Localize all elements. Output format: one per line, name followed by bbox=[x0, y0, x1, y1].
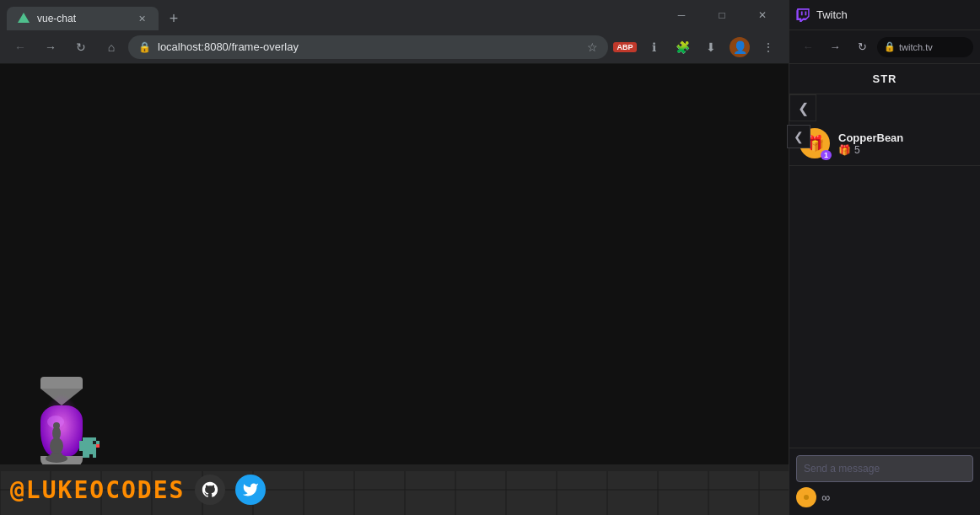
title-bar: vue-chat ✕ + ─ □ ✕ bbox=[0, 0, 789, 30]
chess-piece bbox=[44, 421, 69, 466]
gift-info: CopperBean 🎁 5 bbox=[838, 131, 970, 156]
pixel-character bbox=[76, 434, 103, 464]
twitch-favicon bbox=[796, 8, 810, 22]
github-icon[interactable] bbox=[195, 475, 225, 505]
lamp-shade-top bbox=[40, 377, 83, 389]
back-button[interactable]: ← bbox=[7, 34, 34, 61]
address-bar[interactable]: 🔒 localhost:8080/frame-overlay ☆ bbox=[128, 35, 608, 59]
twitch-lock-icon: 🔒 bbox=[884, 41, 896, 52]
game-area: @LUKEOCODES bbox=[0, 64, 789, 515]
profile-button[interactable]: 👤 bbox=[726, 34, 753, 61]
browser-toolbar: ← → ↻ ⌂ 🔒 localhost:8080/frame-overlay ☆… bbox=[0, 30, 789, 64]
twitch-chat-label: STR bbox=[873, 72, 897, 85]
twitch-forward-button[interactable]: → bbox=[823, 35, 847, 59]
abp-button[interactable]: ABP bbox=[611, 34, 638, 61]
browser-window: vue-chat ✕ + ─ □ ✕ ← → ↻ ⌂ 🔒 localhost:8… bbox=[0, 0, 789, 515]
twitch-toolbar: ← → ↻ 🔒 twitch.tv bbox=[789, 30, 980, 64]
twitch-address-bar[interactable]: 🔒 twitch.tv bbox=[877, 37, 973, 57]
gift-badge: 1 bbox=[821, 150, 832, 160]
gift-count: 5 bbox=[854, 144, 860, 156]
channel-points-icon[interactable] bbox=[796, 487, 816, 507]
twitch-back-button[interactable]: ← bbox=[796, 35, 820, 59]
extensions-button[interactable]: 🧩 bbox=[669, 34, 696, 61]
svg-rect-15 bbox=[96, 444, 100, 448]
gift-notification: 🎁 1 CopperBean 🎁 5 bbox=[789, 121, 980, 166]
profile-avatar: 👤 bbox=[730, 37, 750, 57]
new-tab-button[interactable]: + bbox=[162, 7, 186, 30]
twitch-chat-header: STR bbox=[789, 64, 980, 94]
tab-close-button[interactable]: ✕ bbox=[135, 12, 148, 25]
panel-collapse-button[interactable]: ❮ bbox=[787, 125, 810, 148]
toolbar-actions: ABP ℹ 🧩 ⬇ 👤 ⋮ bbox=[611, 34, 782, 61]
bits-infinity: ∞ bbox=[821, 491, 830, 504]
abp-badge: ABP bbox=[613, 42, 636, 52]
twitch-collapse-button[interactable]: ❮ bbox=[789, 94, 816, 121]
forward-button[interactable]: → bbox=[37, 34, 64, 61]
gift-username: CopperBean bbox=[838, 131, 970, 144]
chat-input[interactable]: Send a message bbox=[796, 455, 973, 482]
svg-rect-9 bbox=[79, 448, 96, 451]
tab-favicon bbox=[17, 12, 30, 25]
browser-content: @LUKEOCODES bbox=[0, 64, 789, 515]
svg-rect-10 bbox=[83, 451, 96, 454]
downloads-button[interactable]: ⬇ bbox=[697, 34, 724, 61]
twitter-icon[interactable] bbox=[235, 475, 266, 505]
gift-count-row: 🎁 5 bbox=[838, 144, 970, 156]
minimize-button[interactable]: ─ bbox=[662, 0, 701, 30]
twitch-reload-button[interactable]: ↻ bbox=[850, 35, 874, 59]
svg-rect-35 bbox=[0, 464, 789, 471]
twitch-panel: Twitch ← → ↻ 🔒 twitch.tv STR ❮ 🎁 1 Coppe… bbox=[789, 0, 980, 515]
reload-button[interactable]: ↻ bbox=[67, 34, 94, 61]
security-icon: 🔒 bbox=[138, 41, 151, 53]
svg-rect-11 bbox=[83, 454, 89, 458]
svg-marker-0 bbox=[18, 13, 30, 23]
close-button[interactable]: ✕ bbox=[743, 0, 782, 30]
tab-area: vue-chat ✕ + bbox=[7, 0, 662, 30]
tab-title: vue-chat bbox=[37, 13, 128, 24]
chat-messages bbox=[789, 166, 980, 448]
svg-rect-6 bbox=[83, 437, 96, 441]
svg-rect-14 bbox=[93, 441, 96, 444]
chat-placeholder: Send a message bbox=[804, 463, 880, 475]
bookmark-icon[interactable]: ☆ bbox=[587, 40, 598, 54]
svg-rect-7 bbox=[79, 441, 100, 444]
window-controls: ─ □ ✕ bbox=[662, 0, 782, 30]
menu-button[interactable]: ⋮ bbox=[755, 34, 782, 61]
home-button[interactable]: ⌂ bbox=[98, 34, 125, 61]
svg-rect-12 bbox=[93, 454, 96, 458]
svg-point-5 bbox=[53, 422, 60, 429]
chat-input-area: Send a message ∞ bbox=[789, 448, 980, 515]
active-tab[interactable]: vue-chat ✕ bbox=[7, 7, 159, 30]
svg-point-37 bbox=[804, 495, 809, 500]
twitch-tab-title: Twitch bbox=[816, 8, 848, 21]
twitch-title-bar: Twitch bbox=[789, 0, 980, 30]
gift-sub-icon: 🎁 bbox=[838, 144, 851, 156]
info-button[interactable]: ℹ bbox=[640, 34, 667, 61]
social-bar: @LUKEOCODES bbox=[0, 475, 276, 505]
chat-actions: ∞ bbox=[796, 487, 973, 507]
twitch-url-text: twitch.tv bbox=[899, 42, 933, 52]
url-text: localhost:8080/frame-overlay bbox=[158, 40, 580, 53]
maximize-button[interactable]: □ bbox=[703, 0, 741, 30]
social-name: @LUKEOCODES bbox=[10, 476, 185, 504]
